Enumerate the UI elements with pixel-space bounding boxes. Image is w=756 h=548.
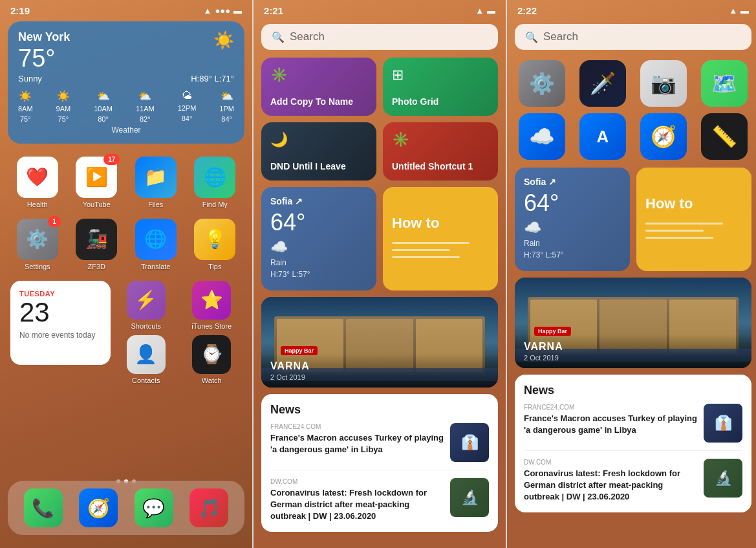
- search-bar-2[interactable]: 🔍 Search: [261, 24, 498, 50]
- app-health[interactable]: ❤️ Health: [10, 157, 65, 208]
- shortcuts-icon: ⚡: [127, 281, 166, 320]
- news-text-1: FRANCE24.COM France's Macron accuses Tur…: [270, 423, 444, 462]
- news-source-3-2: DW.COM: [524, 459, 697, 466]
- shortcuts-grid: ✳️ Add Copy To Name ⊞ Photo Grid 🌙 DND U…: [254, 58, 506, 181]
- news-section-title-3: News: [524, 384, 742, 397]
- app-settings[interactable]: ⚙️ 1 Settings: [10, 219, 65, 270]
- news-photo-date-3: 2 Oct 2019: [524, 354, 742, 362]
- health-icon: ❤️: [17, 157, 58, 198]
- news-photo-2[interactable]: Happy Bar VARNA 2 Oct 2019: [261, 297, 498, 388]
- weather-city: New York: [18, 30, 70, 44]
- status-bar-3: 2:22 ▲ ▬: [507, 0, 756, 19]
- shortcut-add-copy[interactable]: ✳️ Add Copy To Name: [261, 58, 376, 116]
- w2-hl: H:73° L:57°: [270, 270, 367, 279]
- weather-widget-2[interactable]: Sofia ↗ 64° ☁️ Rain H:73° L:57°: [261, 187, 376, 290]
- search-icon-2: 🔍: [272, 31, 285, 43]
- shortcut-untitled[interactable]: ✳️ Untitled Shortcut 1: [383, 122, 498, 181]
- w3-hl: H:73° L:57°: [524, 250, 621, 259]
- news-item-3-2[interactable]: DW.COM Coronavirus latest: Fresh lockdow…: [524, 459, 742, 503]
- w3-city: Sofia ↗: [524, 177, 621, 187]
- dock-phone[interactable]: 📞: [24, 488, 63, 527]
- wifi-icon-2: ▲: [475, 6, 484, 16]
- news-item-2[interactable]: DW.COM Coronavirus latest: Fresh lockdow…: [270, 478, 489, 523]
- app-row-2: ⚙️ 1 Settings 🚂 ZF3D 🌐 Translate 💡 Tips: [0, 214, 252, 276]
- time-display-1: 2:19: [10, 5, 30, 16]
- howto-widget-3[interactable]: How to: [636, 168, 751, 271]
- dock-messages[interactable]: 💬: [135, 488, 173, 527]
- s3-game-icon[interactable]: 🗡️: [579, 60, 626, 107]
- app-files[interactable]: 📁 Files: [129, 157, 183, 208]
- settings-badge: 1: [48, 216, 61, 227]
- app-findmy[interactable]: 🌐 Find My: [188, 157, 243, 208]
- news-photo-overlay-2: VARNA 2 Oct 2019: [261, 354, 498, 388]
- news-card-2: News FRANCE24.COM France's Macron accuse…: [261, 394, 498, 532]
- news-text-3-2: DW.COM Coronavirus latest: Fresh lockdow…: [524, 459, 697, 503]
- zf3d-label: ZF3D: [88, 263, 106, 270]
- app-tips[interactable]: 💡 Tips: [188, 219, 243, 270]
- dock-safari[interactable]: 🧭: [79, 488, 118, 527]
- weather-app-label: Weather: [18, 126, 234, 135]
- status-icons-2: ▲ ▬: [475, 6, 495, 16]
- s3-safari-icon[interactable]: 🧭: [640, 113, 687, 160]
- s3-weather-icon[interactable]: ☁️: [519, 113, 565, 160]
- app-translate[interactable]: 🌐 Translate: [129, 219, 183, 270]
- w2-temp: 64°: [270, 209, 367, 236]
- right-apps-row: ⚡ Shortcuts ⭐ iTunes Store 👤 Contacts ⌚ …: [116, 281, 242, 384]
- mixed-row: TUESDAY 23 No more events today ⚡ Shortc…: [0, 281, 252, 384]
- dock-music[interactable]: 🎵: [189, 488, 228, 527]
- howto-line-3-2: [645, 230, 704, 232]
- signal-icon: ●●●: [215, 6, 230, 16]
- search-bar-3[interactable]: 🔍 Search: [515, 24, 751, 50]
- news-text-3-1: FRANCE24.COM France's Macron accuses Tur…: [524, 404, 697, 443]
- s3-camera-icon[interactable]: 📷: [640, 60, 687, 107]
- weather-widget-3[interactable]: Sofia ↗ 64° ☁️ Rain H:73° L:57°: [515, 168, 630, 271]
- news-thumb-3-2: 🔬: [704, 459, 742, 498]
- widgets-row-3: Sofia ↗ 64° ☁️ Rain H:73° L:57° How to: [507, 168, 756, 271]
- youtube-icon: ▶️ 17: [76, 157, 117, 198]
- news-source-3-1: FRANCE24.COM: [524, 404, 697, 411]
- health-label: Health: [27, 201, 48, 208]
- app-shortcuts[interactable]: ⚡ Shortcuts: [116, 281, 177, 330]
- app-itunes[interactable]: ⭐ iTunes Store: [182, 281, 243, 330]
- news-item-1[interactable]: FRANCE24.COM France's Macron accuses Tur…: [270, 423, 489, 470]
- news-source-1: FRANCE24.COM: [270, 423, 444, 430]
- shortcut-dnd[interactable]: 🌙 DND Until I Leave: [261, 122, 376, 181]
- shortcut-photo-grid[interactable]: ⊞ Photo Grid: [383, 58, 498, 116]
- app-watch[interactable]: ⌚ Watch: [182, 335, 243, 384]
- weather-temp: 75°: [18, 45, 70, 72]
- news-source-2: DW.COM: [270, 478, 444, 485]
- howto-widget-2[interactable]: How to: [383, 187, 498, 290]
- translate-icon: 🌐: [135, 219, 177, 260]
- weather-hourly: ☀️8AM75° ☀️9AM75° ⛅10AM80° ⛅11AM82° 🌤12P…: [18, 90, 234, 123]
- weather-condition-row: Sunny H:89° L:71°: [18, 74, 234, 83]
- weather-widget-1[interactable]: New York 75° ☀️ Sunny H:89° L:71° ☀️8AM7…: [8, 21, 244, 144]
- s3-appstore-icon[interactable]: A: [579, 113, 626, 160]
- howto-lines-3: [645, 223, 742, 244]
- status-bar-1: 2:19 ▲ ●●● ▬: [0, 0, 252, 19]
- photo-grid-icon: ⊞: [392, 67, 489, 83]
- contacts-icon: 👤: [127, 335, 166, 374]
- s3-maps-icon[interactable]: 🗺️: [701, 60, 748, 107]
- app-contacts[interactable]: 👤 Contacts: [116, 335, 177, 384]
- w2-condition: Rain: [270, 258, 367, 267]
- location-arrow-icon-3: ↗: [548, 177, 556, 187]
- app-zf3d[interactable]: 🚂 ZF3D: [70, 219, 124, 270]
- status-icons-1: ▲ ●●● ▬: [204, 6, 242, 16]
- s3-settings-icon[interactable]: ⚙️: [519, 60, 565, 107]
- w3-temp: 64°: [524, 190, 621, 217]
- news-photo-3[interactable]: Happy Bar VARNA 2 Oct 2019: [515, 278, 751, 368]
- translate-label: Translate: [141, 263, 170, 270]
- status-icons-3: ▲ ▬: [729, 6, 749, 16]
- news-headline-3-2: Coronavirus latest: Fresh lockdown for G…: [524, 468, 697, 503]
- tips-icon: 💡: [194, 219, 235, 260]
- contacts-label: Contacts: [132, 377, 160, 384]
- s3-measure-icon[interactable]: 📏: [701, 113, 748, 160]
- settings-label: Settings: [25, 263, 50, 270]
- news-photo-overlay-3: VARNA 2 Oct 2019: [515, 334, 751, 368]
- battery-icon-2: ▬: [487, 6, 495, 16]
- calendar-widget[interactable]: TUESDAY 23 No more events today: [10, 281, 111, 365]
- files-label: Files: [148, 201, 163, 208]
- app-youtube[interactable]: ▶️ 17 YouTube: [70, 157, 124, 208]
- phone-screen-2: 2:21 ▲ ▬ 🔍 Search ✳️ Add Copy To Name ⊞ …: [254, 0, 506, 548]
- news-item-3-1[interactable]: FRANCE24.COM France's Macron accuses Tur…: [524, 404, 742, 451]
